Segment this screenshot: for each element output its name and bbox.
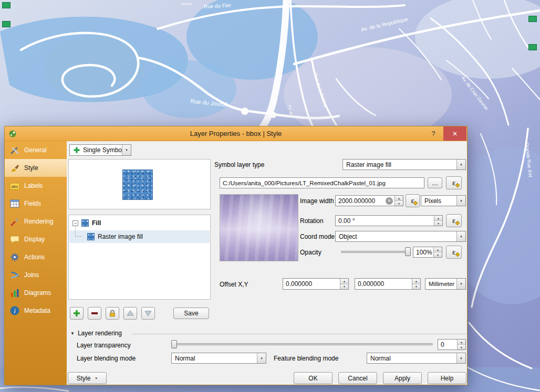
tree-connector bbox=[75, 225, 82, 237]
opacity-spinner[interactable]: ▲ ▼ bbox=[433, 247, 442, 257]
cancel-button[interactable]: Cancel bbox=[338, 372, 377, 384]
layer-rendering-collapse[interactable]: ▼ Layer rendering bbox=[70, 330, 122, 337]
symbol-layer-type-combo[interactable]: Raster image fill ▼ bbox=[342, 159, 466, 170]
plus-icon bbox=[72, 309, 81, 317]
style-menu-button[interactable]: Style ▼ bbox=[68, 372, 107, 384]
sidebar-item-diagrams[interactable]: Diagrams bbox=[5, 284, 67, 302]
sidebar-item-fields[interactable]: Fields bbox=[5, 195, 67, 213]
layer-blending-value: Normal bbox=[175, 355, 266, 362]
vertex-marker bbox=[528, 44, 537, 50]
browse-image-button[interactable]: … bbox=[428, 177, 442, 188]
rotation-input[interactable]: 0.00 ° ▲ ▼ bbox=[335, 215, 443, 226]
layer-transparency-slider[interactable] bbox=[171, 340, 433, 348]
move-layer-up-button[interactable] bbox=[123, 307, 137, 320]
collapse-triangle-icon: ▼ bbox=[70, 331, 75, 336]
spin-up-icon[interactable]: ▲ bbox=[458, 340, 465, 344]
layer-transparency-spinner[interactable]: ▲ ▼ bbox=[457, 340, 465, 349]
data-defined-override-rotation-button[interactable]: ε bbox=[446, 214, 462, 227]
spin-down-icon[interactable]: ▼ bbox=[340, 284, 348, 290]
offset-unit-combo[interactable]: Millimeter ▼ bbox=[425, 278, 466, 290]
remove-symbol-layer-button[interactable] bbox=[88, 307, 101, 320]
close-button[interactable]: ✕ bbox=[443, 126, 466, 141]
add-symbol-layer-button[interactable] bbox=[70, 307, 84, 320]
feature-blending-label: Feature blending mode bbox=[274, 355, 338, 362]
image-path-input[interactable]: C:/Users/anita_000/Pictures/LT_RemixedCh… bbox=[220, 177, 424, 188]
vertex-marker bbox=[2, 21, 11, 27]
help-button[interactable]: Help bbox=[428, 372, 466, 384]
sidebar-item-style[interactable]: Style bbox=[5, 159, 67, 177]
tree-item-label: Fill bbox=[92, 219, 101, 227]
spin-down-icon[interactable]: ▼ bbox=[412, 284, 420, 290]
spin-up-icon[interactable]: ▲ bbox=[395, 196, 403, 200]
spin-up-icon[interactable]: ▲ bbox=[340, 279, 348, 284]
layer-blending-combo[interactable]: Normal ▼ bbox=[171, 353, 266, 364]
tree-item-raster-image-fill[interactable]: Raster image fill bbox=[69, 230, 210, 243]
minus-icon bbox=[90, 309, 99, 317]
sidebar-item-label: Fields bbox=[24, 200, 41, 207]
apply-button[interactable]: Apply bbox=[383, 372, 422, 384]
chevron-down-icon: ▼ bbox=[122, 145, 131, 155]
vertex-marker bbox=[2, 2, 11, 8]
svg-text:i: i bbox=[14, 308, 16, 315]
image-width-spinner[interactable]: ▲ ▼ bbox=[394, 196, 403, 206]
offset-y-spinner[interactable]: ▲ ▼ bbox=[412, 279, 420, 289]
sidebar-item-joins[interactable]: Joins bbox=[5, 266, 67, 284]
spin-up-icon[interactable]: ▲ bbox=[412, 279, 420, 284]
slider-groove bbox=[341, 251, 411, 253]
svg-text:abc: abc bbox=[12, 184, 18, 189]
vertex-marker bbox=[528, 16, 537, 22]
clear-value-icon[interactable]: ✕ bbox=[386, 197, 393, 205]
spin-down-icon[interactable]: ▼ bbox=[434, 220, 442, 226]
slider-handle[interactable] bbox=[171, 340, 177, 348]
lock-color-button[interactable] bbox=[106, 307, 119, 320]
wrench-icon bbox=[9, 144, 20, 156]
spin-down-icon[interactable]: ▼ bbox=[458, 344, 465, 349]
image-width-label: Image width bbox=[300, 197, 334, 205]
feature-blending-value: Normal bbox=[370, 355, 465, 362]
sidebar-item-label: General bbox=[24, 146, 47, 154]
spin-up-icon[interactable]: ▲ bbox=[434, 216, 442, 220]
rotation-spinner[interactable]: ▲ ▼ bbox=[434, 216, 442, 226]
spin-up-icon[interactable]: ▲ bbox=[434, 247, 442, 252]
sidebar-item-metadata[interactable]: i Metadata bbox=[5, 302, 67, 320]
table-icon bbox=[9, 198, 20, 209]
gear-icon bbox=[9, 251, 20, 263]
image-width-value: 2000.000000 bbox=[338, 197, 386, 205]
sidebar-item-general[interactable]: General bbox=[5, 141, 67, 159]
info-icon: i bbox=[9, 305, 20, 316]
arrow-down-icon bbox=[144, 309, 152, 317]
spin-down-icon[interactable]: ▼ bbox=[434, 252, 442, 257]
save-symbol-button[interactable]: Save bbox=[173, 308, 209, 319]
sidebar-item-labels[interactable]: abc Labels bbox=[5, 177, 67, 195]
offset-x-input[interactable]: 0.000000 ▲ ▼ bbox=[283, 278, 349, 290]
offset-x-spinner[interactable]: ▲ ▼ bbox=[340, 279, 348, 289]
move-layer-down-button[interactable] bbox=[141, 307, 155, 320]
slider-handle[interactable] bbox=[405, 247, 411, 256]
symbol-layers-tree: − Fill Raster image fill bbox=[68, 215, 211, 300]
sidebar-item-label: Display bbox=[24, 236, 45, 243]
sidebar-item-actions[interactable]: Actions bbox=[5, 248, 67, 266]
join-arrows-icon bbox=[9, 269, 20, 281]
ok-button[interactable]: OK bbox=[294, 372, 333, 384]
offset-y-input[interactable]: 0.000000 ▲ ▼ bbox=[355, 278, 421, 290]
feature-blending-combo[interactable]: Normal ▼ bbox=[367, 353, 466, 364]
opacity-input[interactable]: 100% ▲ ▼ bbox=[413, 247, 442, 258]
properties-sidebar: General Style abc Labels Fields Renderin… bbox=[5, 141, 67, 385]
dialog-titlebar[interactable]: Layer Properties - bbox | Style ? ✕ bbox=[5, 126, 467, 141]
symbol-mode-combo[interactable]: Single Symbol ▼ bbox=[69, 144, 131, 156]
data-defined-override-path-button[interactable]: ε bbox=[446, 176, 462, 189]
data-defined-override-width-button[interactable]: ε bbox=[406, 194, 420, 207]
tree-item-fill[interactable]: − Fill bbox=[69, 217, 210, 229]
sidebar-item-label: Style bbox=[24, 164, 38, 172]
spin-down-icon[interactable]: ▼ bbox=[395, 200, 403, 206]
layer-transparency-input[interactable]: 0 ▲ ▼ bbox=[438, 339, 466, 350]
image-width-unit-combo[interactable]: Pixels ▼ bbox=[421, 195, 466, 206]
dialog-body: General Style abc Labels Fields Renderin… bbox=[5, 141, 467, 385]
coord-mode-combo[interactable]: Object ▼ bbox=[335, 231, 466, 242]
help-titlebar-button[interactable]: ? bbox=[424, 126, 442, 141]
image-width-input[interactable]: 2000.000000 ✕ ▲ ▼ bbox=[335, 195, 403, 206]
sidebar-item-rendering[interactable]: Rendering bbox=[5, 213, 67, 230]
sidebar-item-display[interactable]: Display bbox=[5, 230, 67, 248]
data-defined-override-opacity-button[interactable]: ε bbox=[446, 246, 462, 259]
opacity-slider[interactable] bbox=[341, 247, 411, 256]
